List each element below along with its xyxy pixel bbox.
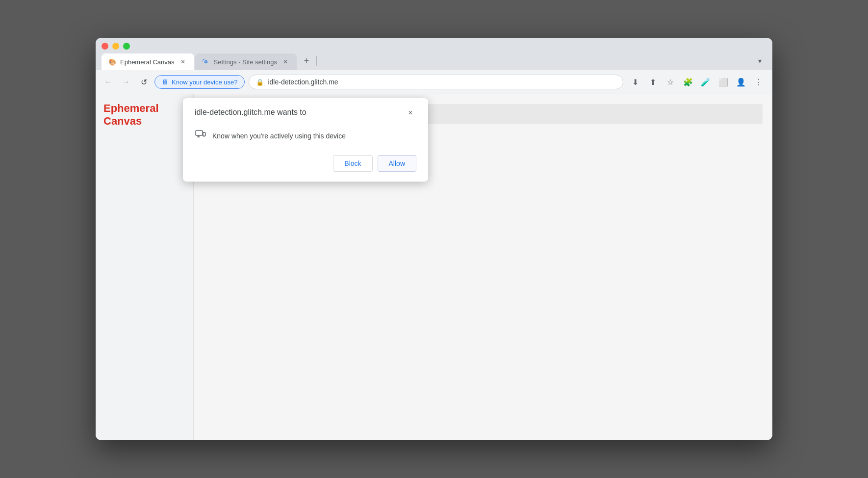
allow-button[interactable]: Allow	[378, 155, 416, 172]
device-hint-icon: 🖥	[162, 78, 169, 86]
permission-popup: idle-detection.glitch.me wants to × Know…	[183, 98, 428, 182]
content-area: Ephemeral Canvas Don't move your mouse d…	[96, 94, 772, 440]
tab-ephemeral-canvas[interactable]: 🎨 Ephemeral Canvas ✕	[102, 53, 194, 70]
popup-title: idle-detection.glitch.me wants to	[195, 108, 306, 117]
tab-favicon-settings	[202, 58, 210, 66]
tab-site-settings[interactable]: Settings - Site settings ✕	[195, 53, 297, 70]
tab-close-ephemeral[interactable]: ✕	[179, 57, 187, 66]
block-button[interactable]: Block	[333, 155, 372, 172]
popup-actions: Block Allow	[195, 155, 416, 172]
title-bar: 🎨 Ephemeral Canvas ✕ Settings - Site set…	[96, 38, 772, 70]
window-icon[interactable]: ⬜	[715, 74, 731, 90]
permission-description: Know when you're actively using this dev…	[212, 132, 346, 140]
tab-favicon-ephemeral: 🎨	[108, 58, 116, 66]
address-bar-container: 🖥 Know your device use? 🔒 idle-detection…	[154, 75, 623, 89]
more-options-icon[interactable]: ⋮	[751, 74, 766, 90]
bookmark-icon[interactable]: ☆	[663, 74, 678, 90]
lab-icon[interactable]: 🧪	[698, 74, 714, 90]
traffic-lights	[102, 43, 766, 50]
permission-device-icon	[195, 129, 206, 143]
back-button[interactable]: ←	[102, 75, 115, 89]
share-icon[interactable]: ⬆	[645, 74, 661, 90]
lock-icon: 🔒	[256, 79, 264, 86]
toolbar-actions: ⬇ ⬆ ☆ 🧩 🧪 ⬜ 👤 ⋮	[627, 74, 766, 90]
device-hint-label: Know your device use?	[172, 79, 237, 86]
tab-list-button[interactable]: ▾	[753, 54, 766, 68]
forward-button[interactable]: →	[119, 75, 133, 89]
url-text: idle-detection.glitch.me	[268, 78, 616, 86]
tabs-row: 🎨 Ephemeral Canvas ✕ Settings - Site set…	[102, 53, 766, 70]
popup-header: idle-detection.glitch.me wants to ×	[195, 108, 416, 119]
reload-button[interactable]: ↺	[137, 75, 151, 89]
close-button[interactable]	[102, 43, 108, 50]
toolbar: ← → ↺ 🖥 Know your device use? 🔒 idle-det…	[96, 70, 772, 94]
popup-close-button[interactable]: ×	[405, 107, 416, 119]
tab-separator	[316, 56, 317, 66]
extensions-icon[interactable]: 🧩	[680, 74, 696, 90]
sidebar: Ephemeral Canvas	[96, 94, 194, 440]
minimize-button[interactable]	[112, 43, 119, 50]
device-use-hint-button[interactable]: 🖥 Know your device use?	[154, 75, 245, 89]
download-icon[interactable]: ⬇	[627, 74, 643, 90]
maximize-button[interactable]	[123, 43, 130, 50]
profile-icon[interactable]: 👤	[733, 74, 749, 90]
tab-title-settings: Settings - Site settings	[214, 58, 277, 66]
permission-row: Know when you're actively using this dev…	[195, 127, 416, 145]
svg-rect-1	[203, 133, 205, 136]
address-bar[interactable]: 🔒 idle-detection.glitch.me	[249, 75, 623, 89]
tab-title-ephemeral: Ephemeral Canvas	[120, 58, 175, 66]
svg-rect-0	[196, 131, 203, 135]
new-tab-button[interactable]: +	[300, 54, 313, 68]
tab-close-settings[interactable]: ✕	[281, 57, 290, 66]
sidebar-title: Ephemeral Canvas	[103, 102, 185, 128]
popup-close-icon: ×	[408, 108, 412, 117]
browser-window: 🎨 Ephemeral Canvas ✕ Settings - Site set…	[96, 38, 772, 440]
